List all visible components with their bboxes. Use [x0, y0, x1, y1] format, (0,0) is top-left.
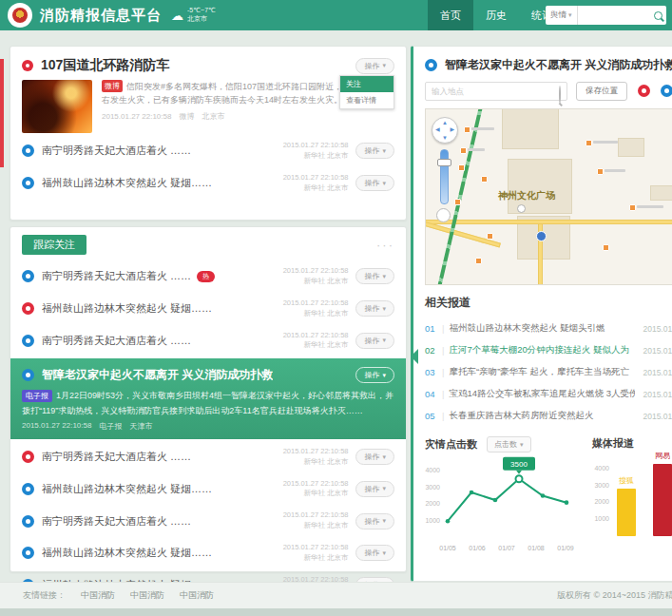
- y-axis-tick: 2000: [592, 498, 609, 505]
- list-item[interactable]: 福州鼓山路边林木突然起火 疑烟……2015.01.27 22:10:58新华社 …: [10, 537, 406, 569]
- svg-text:2000: 2000: [425, 500, 440, 507]
- list-item[interactable]: 南宁明秀路天妃大酒店着火 ……2015.01.27 22:10:58新华社 北京…: [10, 505, 406, 537]
- list-item-meta: 2015.01.27 22:10:58新华社 北京市: [283, 543, 349, 564]
- blue-marker-toggle[interactable]: [661, 85, 672, 97]
- featured-meta: 2015.01.27 22:10:58 微博 北京市: [102, 111, 394, 123]
- map-zoom-knob[interactable]: [437, 159, 451, 166]
- list-item[interactable]: 南宁明秀路天妃大酒店着火 ……热2015.01.27 22:10:58新华社 北…: [10, 260, 406, 293]
- pointer-arrow-icon: [403, 349, 418, 364]
- footer-link[interactable]: 中国消防: [180, 589, 214, 602]
- action-label: 操作: [364, 336, 379, 346]
- list-item-source: 新华社 北京市: [283, 521, 349, 531]
- chevron-down-icon: ▾: [382, 180, 386, 187]
- action-button[interactable]: 操作▾: [355, 545, 394, 561]
- search-button[interactable]: [649, 6, 666, 25]
- nav-home[interactable]: 首页: [428, 0, 473, 30]
- top-bar: 消防精报信息平台 ☁ -5℃~7℃ 北京市 首页 历史 统计 舆情 ▾: [0, 0, 672, 30]
- related-item-number: 01: [425, 323, 437, 334]
- list-item-title: 福州鼓山路边林木突然起火 疑烟……: [42, 301, 212, 316]
- highlighted-item[interactable]: 智障老汉家中起火不愿离开 兴义消防成功扑救 操作▾ 电子报1月22日09时53分…: [10, 358, 406, 439]
- footer-link[interactable]: 中国消防: [81, 589, 115, 602]
- clicks-line-chart[interactable]: 灾情点击数 点击数▾ 1000200030004000350001/0501/0…: [425, 436, 579, 561]
- list-item-title: 南宁明秀路天妃大酒店着火 ……: [42, 144, 191, 158]
- search-input[interactable]: [578, 8, 649, 23]
- app-root: 消防精报信息平台 ☁ -5℃~7℃ 北京市 首页 历史 统计 舆情 ▾ 火灾救援: [0, 0, 672, 616]
- list-item-time: 2015.01.27 22:10:58: [283, 510, 349, 521]
- fire-emblem-icon: [12, 8, 28, 23]
- divider: |: [442, 411, 444, 421]
- bar-搜狐: [617, 489, 636, 536]
- divider: |: [442, 345, 444, 356]
- related-item[interactable]: 03|摩托车“亲吻”豪华车 起火，摩托车主当场死亡2015.01.27: [425, 361, 672, 383]
- related-item[interactable]: 01|福州鼓山路边林木突然起火 疑烟头引燃2015.01.27: [425, 318, 672, 339]
- related-item-number: 04: [425, 389, 437, 399]
- list-item-source: 新华社 北京市: [283, 340, 349, 351]
- map-place-label: 神州文化广场: [498, 189, 555, 202]
- y-axis-tick: 4000: [592, 465, 609, 472]
- related-item-date: 2015.01.27: [643, 368, 672, 377]
- list-item[interactable]: 南宁明秀路天妃大酒店着火 ……2015.01.27 22:10:58新华社 北京…: [10, 325, 406, 357]
- media-bar-chart[interactable]: 媒体报道 1000200030004000搜狐网易腾讯: [592, 436, 672, 561]
- footer-links: 友情链接： 中国消防中国消防中国消防: [23, 589, 214, 602]
- action-button[interactable]: 操作▾: [355, 513, 394, 529]
- list-item-time: 2015.01.27 22:10:58: [283, 447, 349, 457]
- chevron-down-icon: ▾: [520, 441, 524, 449]
- list-item-meta: 2015.01.27 22:10:58新华社 北京市: [283, 266, 349, 287]
- map-search-input[interactable]: [425, 82, 567, 101]
- related-item-title: 福州鼓山路边林木突然起火 疑烟头引燃: [449, 322, 635, 335]
- list-item[interactable]: 南宁明秀路天妃大酒店着火 ……2015.01.27 22:10:58新华社 北京…: [10, 135, 406, 167]
- map-poi-marker: [603, 244, 609, 251]
- more-options-icon[interactable]: ···: [376, 242, 394, 248]
- line-chart-plot: 1000200030004000350001/0501/0601/0701/08…: [425, 454, 579, 557]
- related-item[interactable]: 04|宝鸡14路公交车被私家车追尾起火燃烧 3人受伤2015.01.27: [425, 383, 672, 405]
- hot-badge: 热: [197, 271, 215, 282]
- bar-label: 网易: [655, 451, 670, 461]
- action-button[interactable]: 操作▾: [355, 58, 394, 74]
- map-canvas[interactable]: ▲▼ ◀▶ 神州文化广场: [425, 108, 672, 285]
- list-item-source: 新华社 北京市: [283, 277, 349, 287]
- list-item[interactable]: 福州鼓山路边林木突然起火 疑烟……2015.01.27 22:10:58新华社 …: [10, 293, 406, 325]
- weather-city: 北京市: [187, 15, 216, 24]
- list-item-time: 2015.01.27 22:10:58: [283, 173, 349, 183]
- action-button[interactable]: 操作▾: [355, 481, 394, 497]
- search-category-dropdown[interactable]: 舆情 ▾: [546, 6, 578, 25]
- action-button[interactable]: 操作▾: [355, 449, 394, 465]
- action-button[interactable]: 操作▾: [355, 143, 394, 159]
- action-label: 操作: [364, 484, 379, 494]
- related-item[interactable]: 02|庄河7个草莓大棚20分钟内接连起火 疑似人为2015.01.27: [425, 339, 672, 361]
- action-button[interactable]: 操作▾: [355, 333, 394, 349]
- map-zoom-slider[interactable]: [440, 149, 449, 204]
- feed-list: 南宁明秀路天妃大酒店着火 ……2015.01.27 22:10:58新华社 北京…: [10, 133, 406, 202]
- chevron-down-icon: ▾: [382, 305, 386, 313]
- svg-text:3500: 3500: [510, 460, 528, 469]
- related-item[interactable]: 05|长春重庆路吉林大药房附近突然起火2015.01.27: [425, 405, 672, 427]
- save-location-button[interactable]: 保存位置: [576, 82, 627, 101]
- red-marker-toggle[interactable]: [638, 85, 650, 97]
- weather-temp: -5℃~7℃: [187, 7, 216, 15]
- weather-text: -5℃~7℃ 北京市: [187, 7, 216, 24]
- app-title: 消防精报信息平台: [40, 7, 162, 25]
- action-button[interactable]: 操作▾: [355, 300, 394, 317]
- metric-dropdown[interactable]: 点击数▾: [487, 436, 531, 452]
- action-button[interactable]: 操作▾: [355, 367, 394, 383]
- related-item-number: 02: [425, 345, 437, 356]
- map-pan-control[interactable]: ▲▼ ◀▶: [432, 117, 458, 144]
- map-locate-button[interactable]: [436, 208, 451, 222]
- menu-item[interactable]: 查看详情: [340, 92, 394, 108]
- nav-history[interactable]: 历史: [473, 0, 519, 30]
- action-button[interactable]: 操作▾: [355, 268, 394, 284]
- footer-links-label: 友情链接：: [23, 589, 66, 602]
- list-item[interactable]: 南宁明秀路天妃大酒店着火 ……2015.01.27 22:10:58新华社 北京…: [10, 441, 406, 473]
- list-item[interactable]: 福州鼓山路边林木突然起火 疑烟……2015.01.27 22:10:58新华社 …: [10, 167, 406, 200]
- metric-dropdown-label: 点击数: [494, 439, 517, 450]
- action-button[interactable]: 操作▾: [355, 175, 394, 191]
- action-label: 操作: [364, 271, 379, 281]
- tracking-section-label[interactable]: 跟踪关注: [22, 235, 86, 255]
- y-axis-tick: 1000: [592, 515, 609, 522]
- list-item-title: 南宁明秀路天妃大酒店着火 ……: [42, 514, 191, 529]
- blue-dot-icon: [22, 335, 34, 347]
- detail-title: 智障老汉家中起火不愿离开 兴义消防成功扑救: [445, 57, 672, 73]
- list-item[interactable]: 福州鼓山路边林木突然起火 疑烟……2015.01.27 22:10:58新华社 …: [10, 473, 406, 506]
- footer-link[interactable]: 中国消防: [130, 589, 164, 602]
- menu-item[interactable]: 关注: [340, 76, 394, 92]
